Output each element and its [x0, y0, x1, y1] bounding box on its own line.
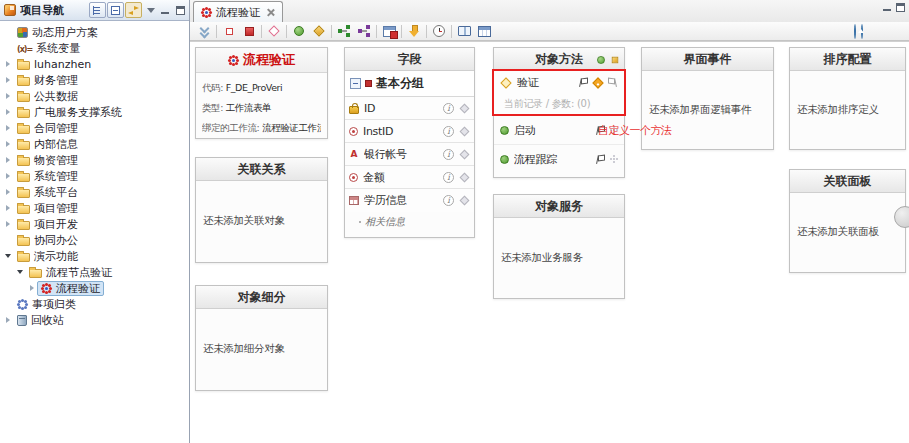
expander-collapsed-icon[interactable] — [3, 136, 13, 152]
tree-item-body[interactable]: 物资管理 — [13, 153, 82, 168]
tree-item-body[interactable]: 财务管理 — [13, 73, 82, 88]
field-row[interactable]: 金额i — [345, 166, 474, 189]
tree-item[interactable]: 事项归类 — [0, 296, 189, 312]
expander-collapsed-icon[interactable] — [3, 56, 13, 72]
yellow-diamond-icon[interactable] — [612, 56, 618, 62]
tree-item-body[interactable]: 系统管理 — [13, 169, 82, 184]
calendar-grid-icon[interactable] — [474, 23, 494, 40]
expander-collapsed-icon[interactable] — [3, 200, 13, 216]
tree-item-body[interactable]: 项目管理 — [13, 201, 82, 216]
sparkle-faint-icon[interactable] — [609, 155, 618, 164]
red-diamond-icon[interactable] — [264, 23, 284, 40]
tab-process-validation[interactable]: 流程验证 — [193, 1, 283, 22]
collapse-group-icon[interactable] — [350, 78, 361, 89]
expander-collapsed-icon[interactable] — [3, 184, 13, 200]
tree-item-body[interactable]: 协同办公 — [13, 233, 82, 248]
green-circle-icon[interactable] — [289, 23, 309, 40]
link-with-editor-icon[interactable] — [125, 2, 142, 18]
tree-item[interactable]: 协同办公 — [0, 232, 189, 248]
expander-expanded-icon[interactable] — [15, 264, 25, 280]
tree-item-body[interactable]: 动态用户方案 — [13, 25, 102, 40]
minimize-icon[interactable] — [159, 3, 172, 17]
arrow-down-yellow-icon[interactable] — [404, 23, 424, 40]
tree-item-body[interactable]: 回收站 — [13, 313, 68, 328]
method-row[interactable]: 验证 — [494, 71, 624, 94]
tree-item[interactable]: 广电服务支撑系统 — [0, 104, 189, 120]
minimize-icon[interactable] — [883, 3, 892, 12]
tree-item-body[interactable]: 公共数据 — [13, 89, 82, 104]
maximize-icon[interactable] — [896, 3, 905, 12]
expander-collapsed-icon[interactable] — [27, 280, 37, 296]
tree-item-body[interactable]: 合同管理 — [13, 121, 82, 136]
tree-item-selected[interactable]: 流程验证 — [37, 281, 104, 296]
info-icon[interactable]: i — [443, 103, 454, 114]
tree-item[interactable]: 系统管理 — [0, 168, 189, 184]
tree-item-body[interactable]: 广电服务支撑系统 — [13, 105, 126, 120]
field-group-row[interactable]: 基本分组 — [345, 71, 474, 97]
diamond-icon[interactable] — [460, 126, 470, 136]
tree-item[interactable]: 公共数据 — [0, 88, 189, 104]
field-row[interactable]: 学历信息i — [345, 189, 474, 212]
flag-icon[interactable] — [578, 77, 587, 88]
hook-flag-icon[interactable] — [609, 77, 618, 88]
tree-item[interactable]: 系统变量 — [0, 40, 189, 56]
field-sub-item[interactable]: 相关信息 — [345, 212, 474, 232]
tree-item[interactable]: luhanzhen — [0, 56, 189, 72]
sparkle-diamond-icon[interactable] — [592, 77, 603, 88]
node-tree-purple-icon[interactable] — [354, 23, 374, 40]
expander-collapsed-icon[interactable] — [3, 88, 13, 104]
close-icon[interactable] — [266, 8, 275, 17]
diamond-icon[interactable] — [460, 103, 470, 113]
field-row[interactable]: 银行帐号i — [345, 143, 474, 166]
expander-collapsed-icon[interactable] — [3, 168, 13, 184]
tree-item-body[interactable]: 项目开发 — [13, 217, 82, 232]
field-row[interactable]: IDi — [345, 97, 474, 120]
tree-view-icon[interactable] — [89, 2, 106, 18]
collapse-all-icon[interactable] — [107, 2, 124, 18]
tree-item[interactable]: 项目开发 — [0, 216, 189, 232]
tree-item[interactable]: 内部信息 — [0, 136, 189, 152]
maximize-icon[interactable] — [174, 3, 187, 17]
tree-item[interactable]: 系统平台 — [0, 184, 189, 200]
diamond-icon[interactable] — [460, 149, 470, 159]
tree-item[interactable]: 演示功能 — [0, 248, 189, 264]
node-tree-green-icon[interactable] — [334, 23, 354, 40]
tree-item-body[interactable]: 演示功能 — [13, 249, 82, 264]
tree-item[interactable]: 物资管理 — [0, 152, 189, 168]
expander-collapsed-icon[interactable] — [3, 216, 13, 232]
tree-item[interactable]: 财务管理 — [0, 72, 189, 88]
expander-collapsed-icon[interactable] — [3, 312, 13, 328]
tree-item-body[interactable]: 系统平台 — [13, 185, 82, 200]
expander-collapsed-icon[interactable] — [3, 104, 13, 120]
info-icon[interactable]: i — [443, 126, 454, 137]
tree-item[interactable]: 项目管理 — [0, 200, 189, 216]
tree-item-body[interactable]: 系统变量 — [13, 41, 84, 56]
tree-item[interactable]: 动态用户方案 — [0, 24, 189, 40]
diamond-icon[interactable] — [460, 172, 470, 182]
info-icon[interactable]: i — [443, 195, 454, 206]
tree-item[interactable]: 流程验证 — [0, 280, 189, 296]
expander-collapsed-icon[interactable] — [3, 72, 13, 88]
tree-item-body[interactable]: luhanzhen — [13, 57, 95, 72]
flag-icon[interactable] — [595, 154, 604, 165]
book-icon[interactable] — [454, 23, 474, 40]
tree-item[interactable]: 流程节点验证 — [0, 264, 189, 280]
info-icon[interactable]: i — [443, 149, 454, 160]
info-icon[interactable]: i — [443, 172, 454, 183]
diamond-icon[interactable] — [460, 196, 470, 206]
clock-icon[interactable] — [429, 23, 449, 40]
view-menu-icon[interactable] — [144, 3, 157, 17]
tree-item[interactable]: 合同管理 — [0, 120, 189, 136]
tree-item-body[interactable]: 内部信息 — [13, 137, 82, 152]
tree-item[interactable]: 回收站 — [0, 312, 189, 328]
yellow-diamond-icon[interactable] — [309, 23, 329, 40]
method-row[interactable]: 流程跟踪 — [494, 145, 624, 173]
table-red-icon[interactable] — [379, 23, 399, 40]
field-row[interactable]: InstIDi — [345, 120, 474, 143]
blue-up-icon[interactable] — [854, 25, 856, 38]
tree-item-body[interactable]: 流程节点验证 — [25, 265, 116, 280]
red-square-icon[interactable] — [239, 23, 259, 40]
red-square-small-icon[interactable] — [219, 23, 239, 40]
expander-expanded-icon[interactable] — [3, 248, 13, 264]
green-circle-icon[interactable] — [597, 56, 605, 64]
